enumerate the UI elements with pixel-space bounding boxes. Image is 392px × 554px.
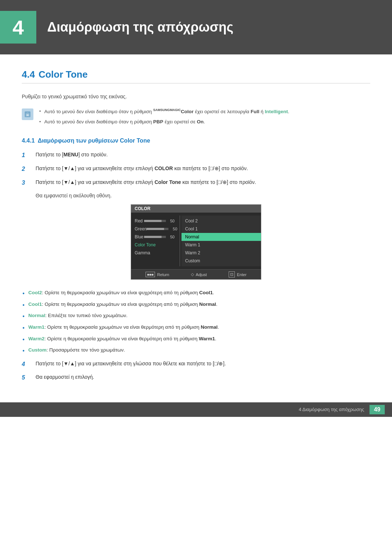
page-wrapper: 4 Διαμόρφωση της απόχρωσης 4.4Color Tone… xyxy=(0,0,392,417)
step-4: 4 Πατήστε το [▼/▲] για να μετακινηθείτε … xyxy=(22,360,370,369)
step-3: 3 Πατήστε το [▼/▲] για να μετακινηθείτε … xyxy=(22,178,370,188)
section-title: Color Tone xyxy=(38,69,87,80)
menu-row-blue: Blue 50 xyxy=(131,233,178,241)
option-cool2: Cool 2 xyxy=(181,217,261,225)
chapter-header: 4 Διαμόρφωση της απόχρωσης xyxy=(0,0,392,54)
section-heading: 4.4Color Tone xyxy=(22,69,370,83)
menu-row-red: Red 50 xyxy=(131,217,178,225)
menu-row-colortone: Color Tone xyxy=(131,241,178,249)
menu-row-gamma: Gamma xyxy=(131,249,178,257)
bullet-normal: Normal: Επιλέξτε τον τυπικό τόνο χρωμάτω… xyxy=(22,312,370,320)
footer-chapter-text: 4 Διαμόρφωση της απόχρωσης xyxy=(299,407,364,412)
note-list: Αυτό το μενού δεν είναι διαθέσιμο όταν η… xyxy=(39,108,289,128)
option-cool1: Cool 1 xyxy=(181,225,261,233)
menu-left: Red 50 Green 50 xyxy=(131,216,178,266)
note-item-2: Αυτό το μενού δεν είναι διαθέσιμο όταν η… xyxy=(39,118,289,126)
bullet-cool1: Cool1: Ορίστε τη θερμοκρασία χρωμάτων να… xyxy=(22,300,370,308)
option-custom: Custom xyxy=(181,257,261,265)
description-text: Ρυθμίζει το γενικό χρωματικό τόνο της ει… xyxy=(22,93,370,100)
step-5: 5 Θα εφαρμοστεί η επιλογή. xyxy=(22,373,370,382)
note-icon xyxy=(22,108,33,120)
chapter-number-box: 4 xyxy=(0,11,36,44)
option-normal: Normal xyxy=(181,233,261,241)
subsection-number: 4.4.1 xyxy=(22,138,35,144)
bullet-warm1: Warm1: Ορίστε τη θερμοκρασία χρωμάτων να… xyxy=(22,323,370,331)
bullet-custom: Custom: Προσαρμόστε τον τόνο χρωμάτων. xyxy=(22,346,370,354)
menu-row-green: Green 50 xyxy=(131,225,178,233)
subsection-heading: 4.4.1 Διαμόρφωση των ρυθμίσεων Color Ton… xyxy=(22,138,370,144)
menu-body: Red 50 Green 50 xyxy=(131,213,261,269)
subsection-title: Διαμόρφωση των ρυθμίσεων Color Tone xyxy=(38,138,150,144)
menu-footer: ■■■ Return ◇ Adjust ⊡ Enter xyxy=(131,269,261,279)
footer-return: ■■■ Return xyxy=(146,271,169,278)
note-item-1: Αυτό το μενού δεν είναι διαθέσιμο όταν η… xyxy=(39,108,289,115)
bullet-list: Cool2: Ορίστε τη θερμοκρασία χρωμάτων να… xyxy=(22,289,370,354)
steps-continued: 4 Πατήστε το [▼/▲] για να μετακινηθείτε … xyxy=(22,360,370,382)
option-warm2: Warm 2 xyxy=(181,249,261,257)
chapter-number: 4 xyxy=(12,16,24,39)
footer-enter: ⊡ Enter xyxy=(229,271,246,278)
option-warm1: Warm 1 xyxy=(181,241,261,249)
bullet-warm2: Warm2: Ορίστε η θερμοκρασία χρωμάτων να … xyxy=(22,335,370,343)
content-area: 4.4Color Tone Ρυθμίζει το γενικό χρωματι… xyxy=(0,69,392,417)
menu-screenshot: COLOR Red 50 Green xyxy=(131,204,261,280)
footer-page-number: 49 xyxy=(369,405,385,414)
section-number: 4.4 xyxy=(22,69,35,80)
note-box: Αυτό το μενού δεν είναι διαθέσιμο όταν η… xyxy=(22,108,370,128)
menu-title-bar: COLOR xyxy=(131,205,261,213)
step-2: 2 Πατήστε το [▼/▲] για να μετακινηθείτε … xyxy=(22,164,370,174)
page-footer: 4 Διαμόρφωση της απόχρωσης 49 xyxy=(0,402,392,417)
step-1: 1 Πατήστε το [MENU] στο προϊόν. xyxy=(22,151,370,160)
bullet-cool2: Cool2: Ορίστε τη θερμοκρασία χρωμάτων να… xyxy=(22,289,370,297)
footer-adjust: ◇ Adjust xyxy=(191,271,207,278)
chapter-title: Διαμόρφωση της απόχρωσης xyxy=(47,20,233,35)
menu-divider xyxy=(180,216,180,266)
steps-list: 1 Πατήστε το [MENU] στο προϊόν. 2 Πατήστ… xyxy=(22,151,370,187)
screen-note: Θα εμφανιστεί η ακόλουθη οθόνη. xyxy=(36,193,370,198)
menu-right: Cool 2 Cool 1 Normal Warm 1 Warm 2 Custo… xyxy=(181,216,261,266)
